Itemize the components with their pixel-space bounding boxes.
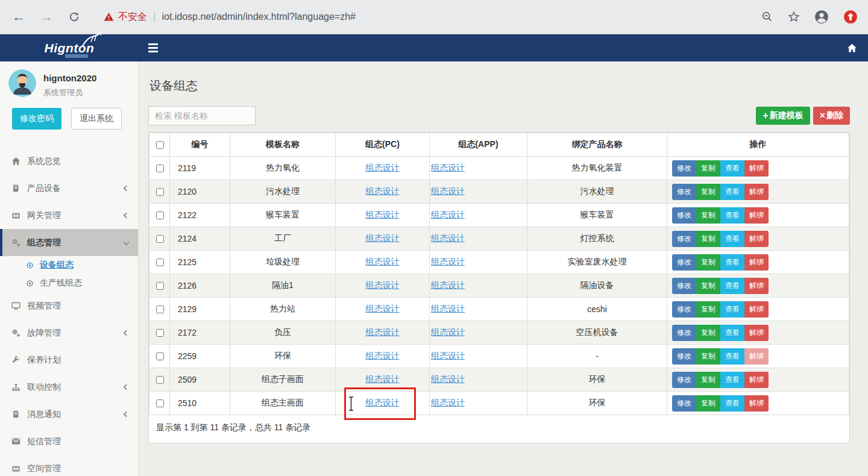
delete-button[interactable]: ×删除	[813, 107, 850, 125]
view-button[interactable]: 查看	[720, 372, 744, 388]
config-pc-link[interactable]: 组态设计	[366, 304, 400, 313]
copy-button[interactable]: 复制	[696, 184, 720, 200]
config-pc-link[interactable]: 组态设计	[366, 186, 400, 196]
column-header[interactable]: 操作	[667, 133, 849, 157]
change-password-button[interactable]: 修改密码	[12, 108, 61, 130]
sidebar-item-保养计划[interactable]: 保养计划	[0, 346, 138, 374]
security-warning[interactable]: 不安全	[104, 11, 147, 23]
modify-button[interactable]: 修改	[672, 231, 696, 247]
app-logo[interactable]: Hignton	[0, 34, 139, 61]
config-app-link[interactable]: 组态设计	[431, 186, 465, 196]
config-app-link[interactable]: 组态设计	[431, 374, 465, 384]
modify-button[interactable]: 修改	[672, 301, 696, 318]
unbind-button[interactable]: 解绑	[744, 278, 769, 294]
column-header[interactable]: 编号	[170, 133, 230, 157]
sidebar-subitem-设备组态[interactable]: 设备组态	[0, 256, 138, 274]
config-pc-link[interactable]: 组态设计	[366, 398, 400, 407]
sidebar-item-网关管理[interactable]: 网关管理	[0, 202, 138, 229]
row-checkbox[interactable]	[156, 282, 164, 290]
unbind-button[interactable]: 解绑	[744, 348, 769, 365]
unbind-button[interactable]: 解绑	[744, 372, 769, 388]
unbind-button[interactable]: 解绑	[744, 395, 769, 412]
config-app-link[interactable]: 组态设计	[431, 233, 465, 243]
sidebar-item-系统总览[interactable]: 系统总览	[0, 148, 138, 175]
modify-button[interactable]: 修改	[672, 160, 696, 177]
view-button[interactable]: 查看	[720, 160, 744, 177]
row-checkbox[interactable]	[156, 164, 164, 172]
column-header[interactable]: 组态(APP)	[430, 133, 527, 157]
config-app-link[interactable]: 组态设计	[431, 327, 465, 337]
sidebar-item-短信管理[interactable]: 短信管理	[0, 428, 138, 455]
row-checkbox[interactable]	[156, 188, 164, 196]
modify-button[interactable]: 修改	[672, 348, 696, 365]
profile-icon[interactable]	[814, 9, 829, 25]
row-checkbox[interactable]	[156, 211, 164, 219]
copy-button[interactable]: 复制	[696, 207, 720, 224]
home-icon[interactable]	[847, 43, 857, 53]
sidebar-subitem-生产线组态[interactable]: 生产线组态	[0, 274, 138, 292]
config-pc-link[interactable]: 组态设计	[366, 233, 400, 243]
view-button[interactable]: 查看	[720, 278, 744, 294]
row-checkbox[interactable]	[156, 399, 164, 407]
column-header[interactable]: 绑定产品名称	[527, 133, 667, 157]
config-pc-link[interactable]: 组态设计	[366, 327, 400, 337]
view-button[interactable]: 查看	[720, 301, 744, 318]
config-app-link[interactable]: 组态设计	[431, 398, 465, 407]
zoom-out-icon[interactable]	[761, 10, 774, 23]
view-button[interactable]: 查看	[720, 231, 744, 247]
modify-button[interactable]: 修改	[672, 254, 696, 271]
row-checkbox[interactable]	[156, 305, 164, 313]
config-app-link[interactable]: 组态设计	[431, 210, 465, 219]
new-template-button[interactable]: +新建模板	[756, 107, 810, 125]
sidebar-item-联动控制[interactable]: 联动控制	[0, 374, 138, 401]
sidebar-toggle-icon[interactable]	[148, 43, 158, 52]
unbind-button[interactable]: 解绑	[744, 207, 769, 224]
select-all-checkbox[interactable]	[156, 141, 164, 149]
config-pc-link[interactable]: 组态设计	[366, 163, 400, 172]
unbind-button[interactable]: 解绑	[744, 325, 769, 341]
config-app-link[interactable]: 组态设计	[431, 257, 465, 266]
forward-icon[interactable]: →	[37, 9, 55, 25]
config-pc-link[interactable]: 组态设计	[366, 374, 400, 384]
search-input[interactable]	[148, 106, 256, 125]
unbind-button[interactable]: 解绑	[744, 231, 769, 247]
logout-button[interactable]: 退出系统	[71, 108, 122, 130]
unbind-button[interactable]: 解绑	[744, 301, 769, 318]
modify-button[interactable]: 修改	[672, 395, 696, 412]
config-app-link[interactable]: 组态设计	[431, 163, 465, 172]
copy-button[interactable]: 复制	[696, 372, 720, 388]
copy-button[interactable]: 复制	[696, 254, 720, 271]
copy-button[interactable]: 复制	[696, 395, 720, 412]
unbind-button[interactable]: 解绑	[744, 254, 769, 271]
copy-button[interactable]: 复制	[696, 278, 720, 294]
modify-button[interactable]: 修改	[672, 372, 696, 388]
column-header[interactable]: 模板名称	[230, 133, 336, 157]
unbind-button[interactable]: 解绑	[744, 160, 769, 177]
config-app-link[interactable]: 组态设计	[431, 280, 465, 290]
view-button[interactable]: 查看	[720, 207, 744, 224]
modify-button[interactable]: 修改	[672, 184, 696, 200]
view-button[interactable]: 查看	[720, 395, 744, 412]
sidebar-item-组态管理[interactable]: 组态管理	[0, 229, 138, 256]
view-button[interactable]: 查看	[720, 348, 744, 365]
row-checkbox[interactable]	[156, 329, 164, 337]
sidebar-item-视频管理[interactable]: 视频管理	[0, 292, 138, 319]
sidebar-item-空间管理[interactable]: 空间管理	[0, 455, 138, 476]
modify-button[interactable]: 修改	[672, 207, 696, 224]
copy-button[interactable]: 复制	[696, 301, 720, 318]
row-checkbox[interactable]	[156, 376, 164, 384]
update-icon[interactable]	[843, 9, 858, 25]
sidebar-item-故障管理[interactable]: 故障管理	[0, 319, 138, 346]
row-checkbox[interactable]	[156, 235, 164, 243]
config-pc-link[interactable]: 组态设计	[366, 210, 400, 219]
modify-button[interactable]: 修改	[672, 278, 696, 294]
config-pc-link[interactable]: 组态设计	[366, 257, 400, 266]
view-button[interactable]: 查看	[720, 325, 744, 341]
copy-button[interactable]: 复制	[696, 231, 720, 247]
modify-button[interactable]: 修改	[672, 325, 696, 341]
sidebar-item-消息通知[interactable]: 消息通知	[0, 401, 138, 428]
reload-icon[interactable]	[65, 11, 83, 23]
config-app-link[interactable]: 组态设计	[431, 351, 465, 360]
copy-button[interactable]: 复制	[696, 160, 720, 177]
unbind-button[interactable]: 解绑	[744, 184, 769, 200]
